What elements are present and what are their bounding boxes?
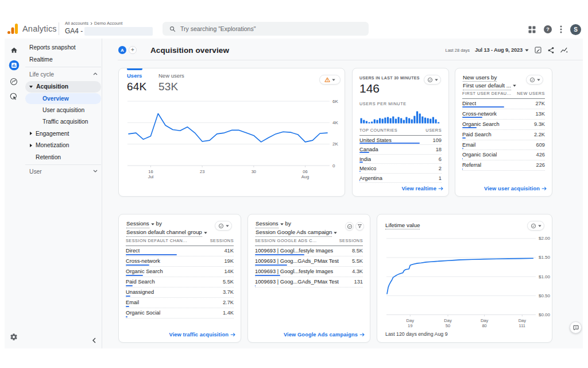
- table-row: Referral226: [462, 160, 545, 171]
- view-traffic-acquisition-link[interactable]: View traffic acquisition: [169, 332, 236, 338]
- y-axis-label: $2.00: [539, 236, 550, 241]
- acquisition-label: Acquisition: [36, 83, 68, 90]
- row-label: Paid Search: [462, 132, 492, 137]
- explore-nav-button[interactable]: [5, 74, 23, 89]
- page-title: Acquisition overview: [150, 46, 229, 55]
- row-bar: [462, 158, 463, 159]
- sessions-data-quality-button[interactable]: [215, 221, 232, 231]
- nav-overview[interactable]: Overview: [25, 93, 101, 105]
- home-nav-button[interactable]: [5, 43, 23, 57]
- row-label: Argentina: [359, 175, 382, 181]
- help-button[interactable]: ?: [544, 25, 552, 33]
- reports-nav-button[interactable]: [5, 57, 23, 73]
- data-quality-warning-button[interactable]: [319, 75, 341, 85]
- warning-icon: [324, 77, 330, 82]
- breadcrumb-demo-account[interactable]: Demo Account: [94, 21, 122, 26]
- row-label: Unassigned: [126, 289, 154, 295]
- new-users-data-quality-button[interactable]: [526, 75, 543, 85]
- admin-settings-button[interactable]: [5, 329, 23, 344]
- nav-acquisition[interactable]: Acquisition: [25, 81, 101, 93]
- customize-report-button[interactable]: [534, 46, 542, 54]
- x-axis-label: Day19: [407, 319, 414, 328]
- campaigns-data-quality-button[interactable]: [345, 222, 354, 231]
- date-range-picker[interactable]: Jul 13 - Aug 9, 2023: [475, 47, 529, 53]
- metric-selector[interactable]: Sessions: [256, 220, 284, 228]
- table-row: Cross-network13K: [462, 109, 545, 120]
- row-label: Mexico: [359, 166, 376, 171]
- nav-reports-snapshot[interactable]: Reports snapshot: [29, 44, 76, 51]
- nav-user-acquisition[interactable]: User acquisition: [42, 107, 84, 113]
- caret-down-icon: [151, 223, 154, 225]
- caret-down-icon: [538, 225, 541, 227]
- apps-grid-icon: [528, 26, 536, 33]
- check-circle-icon: [427, 77, 433, 83]
- row-label: Paid Search: [126, 279, 155, 285]
- table-row: Organic Social426: [462, 150, 545, 160]
- collapse-life-cycle-icon[interactable]: [93, 72, 98, 75]
- breadcrumb-all-accounts[interactable]: All accounts: [65, 21, 88, 26]
- add-comparison-button[interactable]: +: [129, 46, 137, 54]
- breadcrumb[interactable]: All accounts Demo Account: [65, 21, 122, 26]
- view-realtime-link[interactable]: View realtime: [401, 186, 443, 191]
- explore-icon: [9, 77, 18, 86]
- date-range-preset-label: Last 28 days: [446, 48, 470, 53]
- row-label: Cross-network: [462, 111, 497, 117]
- expanded-caret-icon: [29, 86, 33, 88]
- tab-new-users-label: New users: [158, 72, 184, 79]
- nav-retention[interactable]: Retention: [36, 154, 61, 160]
- nav-monetization[interactable]: Monetization: [30, 142, 69, 148]
- comparison-chip-all-users[interactable]: A: [118, 46, 126, 54]
- table-row: Direct41K: [126, 246, 234, 256]
- row-bar: [255, 254, 304, 255]
- account-avatar[interactable]: S: [570, 24, 581, 35]
- metric-selector[interactable]: Sessions: [126, 220, 154, 228]
- table-row: Direct27K: [462, 99, 545, 109]
- nav-traffic-acquisition[interactable]: Traffic acquisition: [42, 118, 88, 125]
- collapse-drawer-button[interactable]: [91, 335, 98, 346]
- dimension-selector[interactable]: Session default channel group: [126, 228, 207, 237]
- search-icon: [169, 26, 176, 32]
- google-apps-grid-button[interactable]: [528, 26, 536, 33]
- campaigns-filter-button[interactable]: [355, 222, 364, 231]
- search-bar[interactable]: Try searching "Explorations": [163, 22, 369, 36]
- share-report-button[interactable]: [547, 47, 555, 54]
- by-word: by: [285, 220, 291, 227]
- row-bar: [126, 316, 127, 317]
- y-axis-label: $1.50: [539, 255, 550, 260]
- nav-realtime[interactable]: Realtime: [29, 56, 53, 63]
- insights-button[interactable]: [560, 46, 568, 55]
- top-countries-table: TOP COUNTRIESUSERSUnited States109Canada…: [359, 128, 442, 183]
- dimension-selector[interactable]: First user default ...: [463, 82, 516, 90]
- table-row: Canada18: [359, 145, 442, 154]
- row-value: 3.7K: [223, 289, 234, 295]
- view-google-ads-campaigns-link[interactable]: View Google Ads campaigns: [284, 332, 365, 338]
- advertising-nav-button[interactable]: [5, 89, 23, 104]
- dimension-selector[interactable]: Session Google Ads campaign: [256, 228, 337, 237]
- realtime-users-value: 146: [359, 82, 380, 95]
- row-value: 14K: [224, 269, 234, 274]
- property-selector[interactable]: GA4 -: [65, 27, 83, 35]
- feedback-button[interactable]: [570, 321, 582, 334]
- ltv-data-quality-button[interactable]: [527, 221, 544, 231]
- nav-section-user[interactable]: User: [29, 168, 42, 175]
- ltv-footnote: Last 120 days ending Aug 9: [385, 331, 448, 337]
- y-axis-label: $0.50: [539, 293, 550, 298]
- table-header-metric: SESSIONS: [339, 238, 363, 243]
- metric-label: Sessions: [126, 220, 149, 228]
- expand-user-icon[interactable]: [93, 170, 98, 172]
- caret-down-icon: [537, 79, 540, 81]
- nav-engagement[interactable]: Engagement: [30, 131, 69, 137]
- row-value: 131: [354, 279, 363, 285]
- nav-section-life-cycle[interactable]: Life cycle: [29, 71, 54, 78]
- row-value: 1: [439, 175, 442, 181]
- row-bar: [126, 296, 130, 297]
- row-bar: [126, 264, 149, 266]
- tab-new-users[interactable]: New users 53K: [158, 72, 184, 93]
- more-menu-button[interactable]: [560, 25, 562, 33]
- tab-users[interactable]: Users 64K: [127, 72, 146, 93]
- realtime-data-quality-button[interactable]: [424, 75, 441, 85]
- app-bar: Analytics All accounts Demo Account GA4 …: [0, 0, 588, 39]
- view-user-acquisition-link[interactable]: View user acquisition: [484, 186, 547, 191]
- table-header: TOP COUNTRIESUSERS: [359, 128, 442, 136]
- new-users-card-title: New users by First user default ...: [463, 74, 516, 90]
